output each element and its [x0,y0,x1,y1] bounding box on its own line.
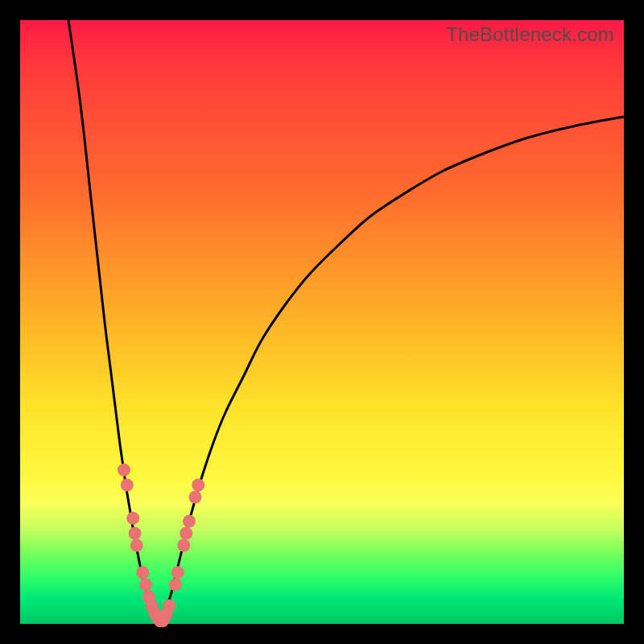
data-marker [180,527,192,540]
data-marker [183,515,196,528]
data-marker [126,512,139,525]
data-marker [177,539,190,552]
data-marker [189,491,202,504]
data-marker [136,566,149,579]
marker-group [118,464,204,628]
right-curve [159,117,625,621]
chart-stage: TheBottleneck.com [0,0,644,644]
data-marker [139,578,152,591]
left-curve [68,20,159,621]
data-marker [163,600,175,613]
data-marker [192,479,204,492]
curve-layer [20,20,624,624]
data-marker [121,479,134,492]
data-marker [171,566,184,579]
data-marker [169,578,182,591]
data-marker [129,527,142,540]
plot-area: TheBottleneck.com [20,20,624,624]
data-marker [118,464,130,477]
data-marker [130,539,143,552]
